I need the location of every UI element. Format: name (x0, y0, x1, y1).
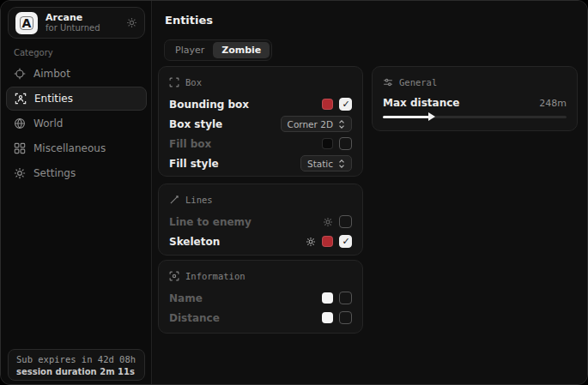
box-corners-icon (169, 77, 179, 87)
skeleton-checkbox[interactable] (339, 235, 352, 248)
chevron-up-down-icon (338, 120, 345, 129)
sidebar-item-label: Miscellaneous (33, 142, 106, 154)
sidebar-nav: Aimbot Entities World (6, 62, 147, 186)
setting-row: Bounding box (169, 94, 352, 114)
fill-box-checkbox[interactable] (339, 137, 352, 150)
crosshair-icon (14, 68, 33, 80)
category-label: Category (14, 48, 53, 57)
color-swatch[interactable] (322, 236, 333, 247)
slider-thumb-icon[interactable] (428, 112, 435, 121)
sidebar: A Arcane for Unturned Category Aim (1, 1, 152, 384)
row-label: Fill style (169, 158, 219, 170)
name-checkbox[interactable] (339, 292, 352, 304)
setting-row: Box style Corner 2D (169, 114, 352, 134)
sub-expiry-text: Sub expires in 42d 08h (16, 353, 136, 366)
row-label: Fill box (169, 138, 211, 150)
max-distance-slider[interactable] (383, 116, 567, 118)
row-label: Box style (169, 118, 222, 130)
information-card: Information Name Distance (158, 260, 363, 334)
sidebar-item-world[interactable]: World (6, 111, 147, 135)
info-scan-icon (169, 271, 179, 281)
sidebar-item-label: Aimbot (33, 68, 70, 80)
grid-icon (14, 142, 33, 154)
tab-player[interactable]: Player (167, 42, 213, 58)
sidebar-item-label: Entities (34, 93, 73, 105)
page-title: Entities (165, 14, 213, 27)
color-swatch[interactable] (322, 138, 333, 149)
slider-label: Max distance (383, 97, 459, 109)
sliders-icon (383, 77, 393, 87)
entity-tabs: Player Zombie (164, 39, 272, 61)
app-name: Arcane (45, 12, 126, 23)
globe-icon (14, 117, 33, 129)
setting-row: Name (169, 288, 352, 308)
app-window: A Arcane for Unturned Category Aim (0, 0, 588, 385)
card-title: Box (185, 77, 202, 87)
subscription-card: Sub expires in 42d 08h session duration … (8, 349, 145, 381)
app-logo: A (15, 12, 38, 34)
slider-value: 248m (539, 98, 567, 109)
row-label: Name (169, 292, 203, 304)
row-label: Skeleton (169, 236, 220, 248)
setting-row: Distance (169, 308, 352, 328)
row-label: Line to enemy (169, 216, 252, 228)
bounding-box-checkbox[interactable] (339, 98, 352, 111)
app-subtitle: for Unturned (45, 23, 126, 33)
fill-style-dropdown[interactable]: Static (300, 155, 352, 171)
lines-card: Lines Line to enemy Skeleton (158, 183, 363, 256)
sidebar-item-label: Settings (33, 167, 76, 179)
color-swatch[interactable] (322, 99, 333, 110)
row-settings-gear-icon[interactable] (306, 237, 316, 247)
chevron-up-down-icon (338, 159, 345, 168)
row-settings-gear-icon[interactable] (323, 217, 333, 227)
card-title: Information (185, 271, 246, 281)
entity-scan-icon (15, 93, 34, 105)
sidebar-item-aimbot[interactable]: Aimbot (6, 62, 147, 86)
header-gear-icon[interactable] (126, 17, 137, 28)
distance-checkbox[interactable] (339, 311, 352, 324)
sidebar-item-miscellaneous[interactable]: Miscellaneous (6, 136, 147, 160)
card-title: General (399, 77, 437, 87)
main-panel: Entities Player Zombie Box Bounding box (153, 1, 587, 384)
setting-row: Fill style Static (169, 153, 352, 173)
line-to-enemy-checkbox[interactable] (339, 215, 352, 228)
color-swatch[interactable] (322, 312, 333, 323)
line-icon (169, 195, 179, 205)
setting-row: Line to enemy (169, 212, 352, 232)
setting-row: Fill box (169, 134, 352, 153)
sidebar-item-entities[interactable]: Entities (6, 87, 147, 111)
brand-card: A Arcane for Unturned (8, 7, 145, 39)
sidebar-item-settings[interactable]: Settings (6, 161, 147, 185)
box-card: Box Bounding box Box style Corner 2D (158, 66, 363, 177)
card-title: Lines (185, 195, 213, 205)
setting-row: Skeleton (169, 232, 352, 251)
gear-icon (14, 167, 33, 179)
tab-zombie[interactable]: Zombie (213, 42, 270, 58)
general-card: General Max distance 248m (372, 66, 578, 131)
color-swatch[interactable] (322, 292, 333, 304)
box-style-dropdown[interactable]: Corner 2D (281, 116, 352, 132)
row-label: Bounding box (169, 99, 249, 111)
session-duration-text: session duration 2m 11s (16, 366, 136, 377)
row-label: Distance (169, 312, 220, 324)
sidebar-item-label: World (33, 117, 63, 129)
